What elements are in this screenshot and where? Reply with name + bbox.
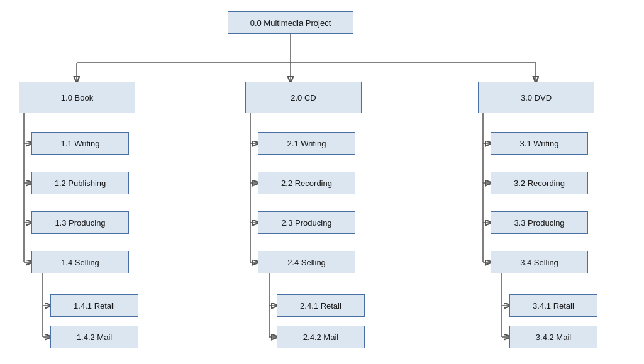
node-2-4: 2.4 Selling [258,251,355,273]
node-3-3: 3.3 Producing [491,211,588,234]
node-2-4-2: 2.4.2 Mail [277,326,365,348]
node-1-3: 1.3 Producing [31,211,129,234]
node-2-3: 2.3 Producing [258,211,355,234]
node-dvd: 3.0 DVD [478,82,594,113]
node-cd: 2.0 CD [245,82,362,113]
node-3-4-2: 3.4.2 Mail [509,326,597,348]
node-2-2: 2.2 Recording [258,172,355,194]
node-3-2: 3.2 Recording [491,172,588,194]
node-2-1: 2.1 Writing [258,132,355,155]
node-1-2: 1.2 Publishing [31,172,129,194]
node-root: 0.0 Multimedia Project [228,11,353,34]
diagram: 0.0 Multimedia Project 1.0 Book 2.0 CD 3… [0,0,644,364]
node-3-4: 3.4 Selling [491,251,588,273]
node-book: 1.0 Book [19,82,135,113]
node-3-4-1: 3.4.1 Retail [509,294,597,317]
node-2-4-1: 2.4.1 Retail [277,294,365,317]
node-1-1: 1.1 Writing [31,132,129,155]
node-3-1: 3.1 Writing [491,132,588,155]
node-1-4: 1.4 Selling [31,251,129,273]
node-1-4-2: 1.4.2 Mail [50,326,138,348]
node-1-4-1: 1.4.1 Retail [50,294,138,317]
